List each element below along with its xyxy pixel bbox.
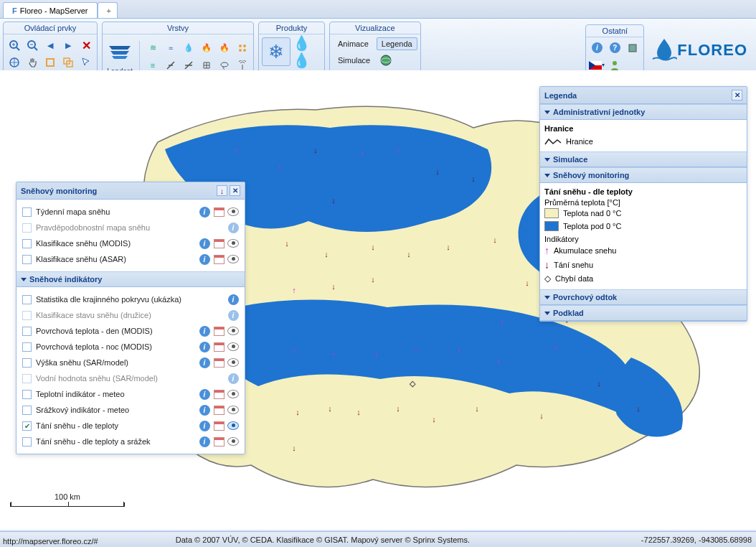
settings-icon[interactable]: [625, 40, 641, 56]
svg-text:↑: ↑: [457, 347, 461, 355]
tab-title: Floreo - MapServer: [20, 6, 88, 15]
snow-monitoring-panel: Sněhový monitoring ↓ ✕ Týdenní mapa sněh…: [16, 182, 245, 454]
layer-fire-icon[interactable]: 🔥: [199, 40, 214, 56]
layer-checkbox[interactable]: [22, 327, 32, 336]
calendar-icon[interactable]: [213, 357, 225, 368]
landsat-icon[interactable]: [105, 37, 134, 66]
calendar-icon[interactable]: [213, 253, 225, 265]
close-icon[interactable]: ✕: [230, 185, 240, 196]
calendar-icon[interactable]: [213, 206, 225, 218]
info-button[interactable]: i: [589, 40, 605, 56]
accordion-base[interactable]: Podklad: [540, 305, 747, 321]
accordion-header-indicators[interactable]: Sněhové indikátory: [16, 271, 245, 287]
layer-checkbox[interactable]: [22, 295, 32, 304]
layer-checkbox[interactable]: [22, 223, 32, 233]
prev-extent-icon[interactable]: ◀: [42, 37, 58, 53]
layer-checkbox[interactable]: [22, 207, 32, 217]
layer-checkbox[interactable]: [22, 390, 32, 399]
info-icon[interactable]: i: [199, 325, 210, 337]
layer-fire2-icon[interactable]: 🔥: [217, 40, 232, 56]
layer-checkbox[interactable]: [22, 358, 32, 368]
visibility-icon[interactable]: [227, 420, 239, 431]
accordion-runoff[interactable]: Povrchový odtok: [540, 289, 747, 305]
panel-header[interactable]: Sněhový monitoring ↓ ✕: [16, 182, 245, 200]
select-rect-icon[interactable]: [42, 55, 58, 70]
panel-header[interactable]: Legenda ✕: [540, 87, 747, 104]
visibility-icon[interactable]: [227, 238, 239, 249]
layer-row: Teplotní indikátor - meteoi: [21, 386, 240, 402]
google-earth-icon[interactable]: [378, 52, 394, 68]
browser-tab[interactable]: F Floreo - MapServer: [3, 2, 98, 18]
visibility-icon[interactable]: [227, 206, 239, 218]
help-button[interactable]: ?: [607, 40, 623, 56]
visibility-icon[interactable]: [227, 325, 239, 337]
calendar-icon[interactable]: [213, 388, 225, 400]
water-product-icon[interactable]: 💧💧: [293, 37, 321, 66]
info-icon[interactable]: i: [227, 309, 239, 321]
info-icon[interactable]: i: [199, 206, 210, 218]
layer-checkbox[interactable]: [22, 311, 32, 320]
info-icon[interactable]: i: [227, 294, 239, 305]
info-icon[interactable]: i: [199, 388, 210, 400]
collapse-icon[interactable]: ↓: [217, 185, 227, 196]
info-icon[interactable]: i: [199, 253, 210, 265]
layer-label: Klasifikace sněhu (ASAR): [36, 255, 194, 263]
layer-drop-icon[interactable]: 💧: [181, 40, 197, 56]
layer-water-icon[interactable]: ≋: [145, 40, 161, 56]
layer-dots-icon[interactable]: [235, 40, 250, 56]
legend-heading: Hranice: [544, 124, 742, 133]
visibility-icon[interactable]: [227, 357, 239, 368]
info-icon[interactable]: i: [227, 222, 239, 233]
visibility-icon[interactable]: [227, 341, 239, 352]
pointer-icon[interactable]: [78, 55, 94, 70]
calendar-icon[interactable]: [213, 420, 225, 431]
map-viewport[interactable]: ↑ ↑ ↓ ↑ ↑ ↓ ↓ ↓ ↓ ↓ ↓ ↓ ↓ ↓ ↓ ↓ ↑ ↓ ↓ ↑ …: [0, 70, 756, 530]
zoom-out-icon[interactable]: [24, 37, 40, 53]
visibility-icon[interactable]: [227, 388, 239, 400]
layer-row: Tání sněhu - dle teplotyi: [21, 418, 240, 434]
layer-checkbox[interactable]: [22, 255, 32, 264]
delete-icon[interactable]: ✕: [78, 37, 94, 53]
simulace-button[interactable]: Simulace: [333, 54, 375, 67]
legend-label: Teplota nad 0 °C: [563, 209, 621, 218]
info-icon[interactable]: i: [199, 420, 210, 431]
info-icon[interactable]: i: [199, 238, 210, 249]
svg-text:↓: ↓: [292, 444, 296, 452]
new-tab-button[interactable]: +: [98, 2, 118, 18]
calendar-icon[interactable]: [213, 341, 225, 352]
close-icon[interactable]: ✕: [732, 90, 742, 100]
visibility-icon[interactable]: [227, 436, 239, 447]
ribbon-group-title: Vizualizace: [330, 22, 420, 34]
calendar-icon[interactable]: [213, 436, 225, 447]
pan-icon[interactable]: [24, 55, 40, 70]
next-extent-icon[interactable]: ▶: [60, 37, 76, 53]
layer-checkbox[interactable]: [22, 342, 32, 352]
calendar-icon[interactable]: [213, 238, 225, 249]
visibility-icon[interactable]: [227, 253, 239, 265]
animace-button[interactable]: Animace: [333, 37, 374, 50]
layer-waves-icon[interactable]: ≈: [163, 40, 179, 56]
info-icon[interactable]: i: [227, 373, 239, 384]
full-extent-icon[interactable]: [6, 55, 22, 70]
zoom-in-icon[interactable]: [6, 37, 22, 53]
info-icon[interactable]: i: [199, 404, 210, 416]
select-box-icon[interactable]: [60, 55, 76, 70]
calendar-icon[interactable]: [213, 404, 225, 416]
accordion-admin[interactable]: Administrativní jednotky: [540, 104, 747, 120]
layer-checkbox[interactable]: [22, 421, 32, 431]
info-icon[interactable]: i: [199, 341, 210, 352]
layer-checkbox[interactable]: [22, 406, 32, 415]
accordion-simulace[interactable]: Simulace: [540, 151, 747, 167]
accordion-snow[interactable]: Sněhový monitoring: [540, 167, 747, 183]
layer-checkbox[interactable]: [22, 239, 32, 248]
visibility-icon[interactable]: [227, 404, 239, 416]
snow-product-icon[interactable]: ❄: [262, 37, 290, 66]
calendar-icon[interactable]: [213, 325, 225, 337]
info-icon[interactable]: i: [199, 436, 210, 447]
layer-checkbox[interactable]: [22, 437, 32, 447]
layer-row: Pravděpodobnostní mapa sněhui: [21, 220, 240, 235]
legenda-button[interactable]: Legenda: [377, 37, 417, 50]
info-icon[interactable]: i: [199, 357, 210, 368]
layer-checkbox[interactable]: [22, 374, 32, 383]
caret-down-icon: [544, 312, 550, 315]
